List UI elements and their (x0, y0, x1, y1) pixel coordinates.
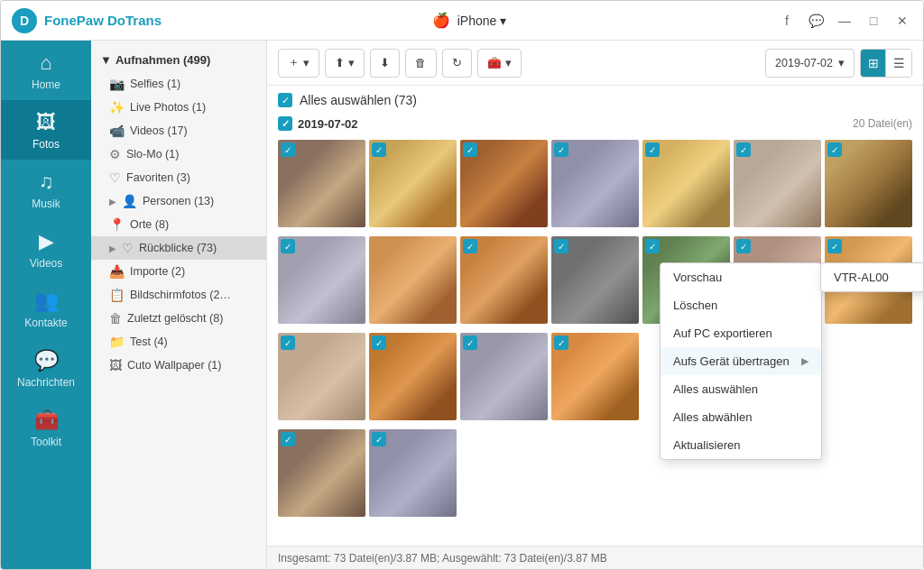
refresh-button[interactable]: ↻ (442, 49, 472, 78)
device-info: 🍎 iPhone ▾ (162, 12, 777, 29)
apple-icon: 🍎 (432, 12, 450, 29)
tree-item-favoriten[interactable]: ♡ Favoriten (3) (91, 166, 266, 189)
photo-check-16[interactable]: ✓ (372, 336, 386, 350)
photo-3[interactable]: ✓ (460, 140, 548, 227)
photo-16[interactable]: ✓ (369, 333, 457, 420)
submenu-vtr[interactable]: VTR-AL00 (821, 263, 923, 291)
tree-item-personen[interactable]: ▶ 👤 Personen (13) (91, 189, 266, 213)
tree-collapse-icon[interactable]: ▼ (100, 53, 112, 67)
facebook-btn[interactable]: f (777, 11, 797, 31)
musik-icon: ♫ (39, 170, 54, 194)
context-select-all[interactable]: Alles auswählen (661, 375, 821, 403)
photo-1[interactable]: ✓ (278, 140, 365, 227)
tree-item-live-photos[interactable]: ✨ Live Photos (1) (91, 96, 266, 119)
select-all-checkbox[interactable]: ✓ (278, 93, 292, 107)
import-button[interactable]: ⬇ (370, 49, 400, 78)
photo-check-15[interactable]: ✓ (281, 336, 295, 350)
photo-check-12[interactable]: ✓ (645, 239, 660, 253)
context-preview[interactable]: Vorschau (661, 263, 821, 291)
photo-check-17[interactable]: ✓ (463, 336, 477, 350)
context-transfer[interactable]: Aufs Gerät übertragen ▶ (661, 347, 821, 375)
photo-6[interactable]: ✓ (734, 140, 821, 227)
maximize-btn[interactable]: □ (864, 11, 883, 31)
personen-icon: 👤 (122, 194, 137, 208)
photo-check-13[interactable]: ✓ (736, 239, 751, 253)
close-btn[interactable]: ✕ (892, 11, 912, 31)
photo-17[interactable]: ✓ (460, 333, 548, 420)
device-dropdown[interactable]: iPhone ▾ (457, 14, 507, 28)
context-export-pc[interactable]: Auf PC exportieren (661, 319, 821, 347)
kontakte-icon: 👥 (34, 290, 59, 313)
sidebar-item-fotos[interactable]: 🖼 Fotos (1, 100, 91, 160)
photo-7[interactable]: ✓ (825, 140, 912, 227)
photo-19[interactable]: ✓ (278, 429, 365, 517)
photo-4[interactable]: ✓ (551, 140, 639, 227)
photo-15[interactable]: ✓ (278, 333, 365, 420)
tools-arrow: ▾ (505, 56, 512, 69)
add-icon: ＋ (288, 55, 300, 70)
tree-item-test[interactable]: 📁 Test (4) (91, 330, 266, 354)
tree-item-slo-mo[interactable]: ⚙ Slo-Mo (1) (91, 142, 266, 166)
photo-grid-row1: ✓ ✓ ✓ ✓ ✓ ✓ (278, 140, 912, 227)
sidebar-item-toolkit[interactable]: 🧰 Toolkit (1, 398, 91, 457)
sidebar-item-nachrichten[interactable]: 💬 Nachrichten (1, 338, 91, 398)
sidebar-item-home[interactable]: ⌂ Home (1, 41, 91, 100)
context-refresh[interactable]: Aktualisieren (661, 431, 821, 459)
photo-5[interactable]: ✓ (642, 140, 730, 227)
sidebar-item-kontakte[interactable]: 👥 Kontakte (1, 279, 91, 338)
selfies-icon: 📷 (109, 77, 125, 91)
grid-view-btn[interactable]: ⊞ (861, 50, 886, 77)
photo-check-6[interactable]: ✓ (736, 142, 751, 157)
sidebar-label-fotos: Fotos (32, 138, 60, 151)
photo-check-1[interactable]: ✓ (281, 142, 295, 157)
photo-2[interactable]: ✓ (369, 140, 457, 227)
chat-btn[interactable]: 💬 (806, 11, 826, 31)
date-filter[interactable]: 2019-07-02 ▾ (765, 49, 855, 78)
photo-9[interactable] (369, 236, 457, 324)
date-checkbox[interactable]: ✓ (278, 116, 292, 131)
photo-8[interactable]: ✓ (278, 236, 365, 324)
context-deselect-all[interactable]: Alles abwählen (661, 403, 821, 431)
photo-check-10[interactable]: ✓ (463, 239, 477, 253)
photo-check-3[interactable]: ✓ (463, 142, 477, 157)
photo-11[interactable]: ✓ (551, 236, 639, 324)
export-button[interactable]: ⬆ ▾ (325, 49, 365, 78)
photo-18[interactable]: ✓ (551, 333, 639, 420)
tree-item-bildschirmfotos[interactable]: 📋 Bildschirmfotos (2… (91, 283, 266, 307)
delete-button[interactable]: 🗑 (405, 49, 437, 78)
photo-check-20[interactable]: ✓ (372, 432, 386, 446)
photo-check-4[interactable]: ✓ (554, 142, 568, 157)
list-view-btn[interactable]: ☰ (886, 50, 911, 77)
sidebar-item-musik[interactable]: ♫ Musik (1, 160, 91, 219)
videos-tree-icon: 📹 (109, 124, 125, 138)
tree-item-selfies[interactable]: 📷 Selfies (1) (91, 72, 266, 96)
photo-check-14[interactable]: ✓ (827, 239, 842, 253)
tree-item-rueckblicke[interactable]: ▶ ♡ Rückblicke (73) (91, 236, 266, 260)
photo-check-11[interactable]: ✓ (554, 239, 568, 253)
photo-check-5[interactable]: ✓ (645, 142, 660, 157)
live-photos-icon: ✨ (109, 100, 125, 115)
tree-item-zuletzt[interactable]: 🗑 Zuletzt gelöscht (8) (91, 307, 266, 330)
photo-check-2[interactable]: ✓ (372, 142, 386, 157)
importe-icon: 📥 (109, 264, 125, 279)
tree-item-videos[interactable]: 📹 Videos (17) (91, 119, 266, 142)
tools-button[interactable]: 🧰 ▾ (477, 49, 522, 78)
minimize-btn[interactable]: — (835, 11, 855, 31)
sidebar-label-nachrichten: Nachrichten (17, 376, 75, 389)
add-button[interactable]: ＋ ▾ (278, 49, 319, 78)
photo-10[interactable]: ✓ (460, 236, 548, 324)
select-all-row: ✓ Alles auswählen (73) (278, 93, 912, 107)
context-delete[interactable]: Löschen (661, 291, 821, 319)
submenu: VTR-AL00 (820, 262, 923, 292)
tree-item-cuto[interactable]: 🖼 Cuto Wallpaper (1) (91, 354, 266, 377)
photo-check-19[interactable]: ✓ (281, 432, 295, 446)
photo-check-18[interactable]: ✓ (554, 336, 568, 350)
videos-icon: ▶ (39, 230, 54, 253)
tree-item-orte[interactable]: 📍 Orte (8) (91, 213, 266, 236)
photo-check-8[interactable]: ✓ (281, 239, 295, 253)
sidebar-label-home: Home (32, 78, 60, 91)
tree-item-importe[interactable]: 📥 Importe (2) (91, 260, 266, 283)
sidebar-item-videos[interactable]: ▶ Videos (1, 219, 91, 279)
photo-20[interactable]: ✓ (369, 429, 457, 517)
photo-check-7[interactable]: ✓ (827, 142, 842, 157)
